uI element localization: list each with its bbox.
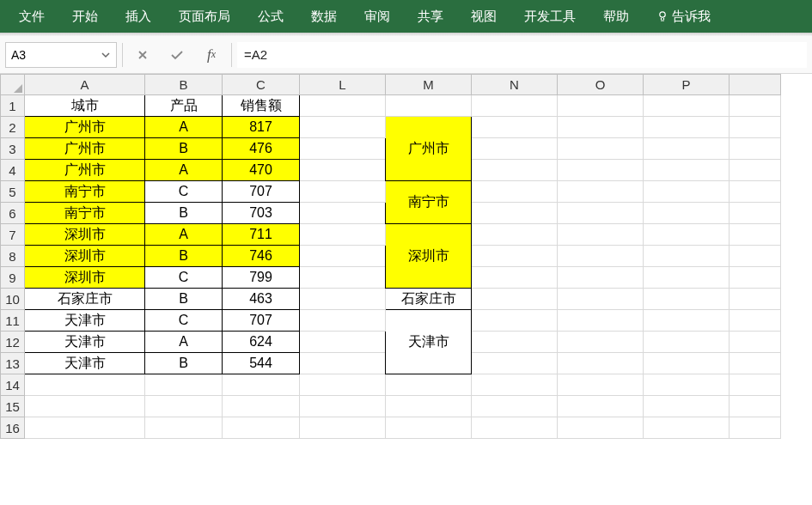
- cell[interactable]: [644, 417, 730, 439]
- cell[interactable]: [644, 396, 730, 417]
- cell[interactable]: [472, 374, 558, 396]
- cell[interactable]: [558, 246, 644, 267]
- cell[interactable]: [644, 160, 730, 181]
- cell[interactable]: 广州市: [25, 160, 145, 181]
- cell[interactable]: [472, 246, 558, 267]
- cell[interactable]: 707: [223, 310, 300, 332]
- cell[interactable]: [300, 417, 386, 439]
- cell[interactable]: [558, 374, 644, 396]
- cell[interactable]: [644, 332, 730, 353]
- column-header[interactable]: A: [25, 75, 145, 95]
- cell[interactable]: [730, 267, 781, 289]
- cell[interactable]: B: [145, 353, 223, 374]
- cell[interactable]: A: [145, 117, 223, 138]
- cell[interactable]: [300, 246, 386, 267]
- cell[interactable]: [558, 353, 644, 374]
- row-header[interactable]: 12: [1, 332, 25, 353]
- row-header[interactable]: 3: [1, 138, 25, 160]
- cell[interactable]: [386, 396, 472, 417]
- cell[interactable]: A: [145, 160, 223, 181]
- cell[interactable]: A: [145, 224, 223, 246]
- row-header[interactable]: 11: [1, 310, 25, 332]
- cell[interactable]: C: [145, 267, 223, 289]
- cell[interactable]: [644, 310, 730, 332]
- cell[interactable]: 707: [223, 181, 300, 203]
- cell[interactable]: [558, 417, 644, 439]
- ribbon-tab[interactable]: 文件: [5, 0, 58, 33]
- cell[interactable]: [25, 396, 145, 417]
- cell[interactable]: [300, 396, 386, 417]
- cell[interactable]: [300, 181, 386, 203]
- cell[interactable]: 南宁市: [25, 203, 145, 224]
- row-header[interactable]: 9: [1, 267, 25, 289]
- cell[interactable]: [558, 95, 644, 117]
- row-header[interactable]: 14: [1, 374, 25, 396]
- cell[interactable]: [472, 203, 558, 224]
- column-header[interactable]: L: [300, 75, 386, 95]
- cell[interactable]: B: [145, 289, 223, 310]
- cell[interactable]: 799: [223, 267, 300, 289]
- cell[interactable]: [730, 95, 781, 117]
- ribbon-tab[interactable]: 页面布局: [165, 0, 244, 33]
- cell[interactable]: [472, 289, 558, 310]
- row-header[interactable]: 2: [1, 117, 25, 138]
- cell[interactable]: [644, 203, 730, 224]
- cell[interactable]: [558, 267, 644, 289]
- select-all-corner[interactable]: [1, 75, 25, 95]
- tell-me-button[interactable]: 告诉我: [643, 0, 724, 33]
- row-header[interactable]: 1: [1, 95, 25, 117]
- cell[interactable]: [730, 332, 781, 353]
- cell[interactable]: [386, 374, 472, 396]
- cell[interactable]: 石家庄市: [25, 289, 145, 310]
- row-header[interactable]: 7: [1, 224, 25, 246]
- cell[interactable]: [300, 138, 386, 160]
- cell[interactable]: [300, 267, 386, 289]
- column-header[interactable]: P: [644, 75, 730, 95]
- cancel-formula-button[interactable]: [128, 42, 157, 68]
- cell[interactable]: 544: [223, 353, 300, 374]
- cell[interactable]: [558, 138, 644, 160]
- cell[interactable]: B: [145, 246, 223, 267]
- cell[interactable]: [730, 138, 781, 160]
- cell[interactable]: [145, 374, 223, 396]
- cell[interactable]: [558, 117, 644, 138]
- ribbon-tab[interactable]: 共享: [404, 0, 457, 33]
- cell[interactable]: [223, 417, 300, 439]
- row-header[interactable]: 6: [1, 203, 25, 224]
- cell[interactable]: [644, 289, 730, 310]
- cell[interactable]: [730, 289, 781, 310]
- cell[interactable]: [223, 374, 300, 396]
- cell[interactable]: 470: [223, 160, 300, 181]
- cell[interactable]: [730, 396, 781, 417]
- column-header[interactable]: O: [558, 75, 644, 95]
- cell[interactable]: [300, 332, 386, 353]
- cell[interactable]: 624: [223, 332, 300, 353]
- row-header[interactable]: 5: [1, 181, 25, 203]
- row-header[interactable]: 10: [1, 289, 25, 310]
- cell[interactable]: [558, 332, 644, 353]
- cell[interactable]: [730, 160, 781, 181]
- cell[interactable]: [472, 310, 558, 332]
- chevron-down-icon[interactable]: [101, 50, 111, 60]
- cell[interactable]: [300, 310, 386, 332]
- row-header[interactable]: 8: [1, 246, 25, 267]
- cell[interactable]: [472, 181, 558, 203]
- cell[interactable]: [644, 246, 730, 267]
- cell[interactable]: [472, 224, 558, 246]
- ribbon-tab[interactable]: 数据: [297, 0, 351, 33]
- cell[interactable]: [472, 138, 558, 160]
- header-cell[interactable]: 城市: [25, 95, 145, 117]
- header-cell[interactable]: 产品: [145, 95, 223, 117]
- ribbon-tab[interactable]: 视图: [457, 0, 510, 33]
- cell[interactable]: 463: [223, 289, 300, 310]
- cell[interactable]: [730, 181, 781, 203]
- cell[interactable]: [472, 353, 558, 374]
- merged-cell[interactable]: 石家庄市: [386, 289, 472, 310]
- column-header[interactable]: C: [223, 75, 300, 95]
- cell[interactable]: [472, 332, 558, 353]
- cell[interactable]: 天津市: [25, 353, 145, 374]
- cell[interactable]: [472, 160, 558, 181]
- cell[interactable]: [644, 138, 730, 160]
- cell[interactable]: [558, 160, 644, 181]
- cell[interactable]: [472, 117, 558, 138]
